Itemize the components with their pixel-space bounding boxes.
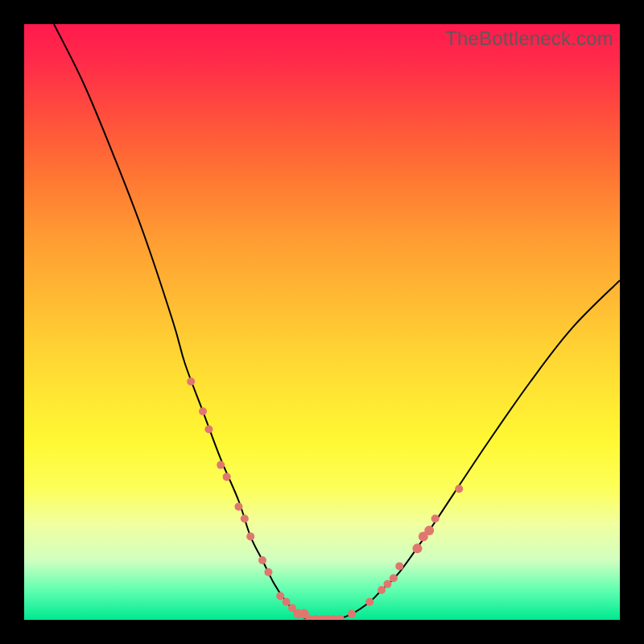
data-point bbox=[276, 592, 284, 600]
chart-svg bbox=[24, 24, 620, 620]
data-point bbox=[395, 562, 403, 570]
data-point bbox=[264, 568, 272, 576]
watermark-text: TheBottleneck.com bbox=[445, 27, 613, 50]
data-point bbox=[431, 514, 440, 522]
plot-area: TheBottleneck.com bbox=[24, 24, 620, 620]
data-point bbox=[390, 574, 398, 582]
data-point bbox=[283, 598, 291, 606]
data-point bbox=[246, 532, 254, 540]
data-point bbox=[217, 461, 225, 469]
data-point bbox=[223, 473, 231, 481]
data-point bbox=[187, 378, 195, 386]
data-point bbox=[378, 586, 386, 594]
data-point bbox=[348, 610, 356, 618]
data-point bbox=[383, 580, 391, 588]
data-point bbox=[455, 485, 463, 493]
data-point bbox=[199, 407, 207, 415]
data-point bbox=[335, 615, 345, 620]
chart-frame: TheBottleneck.com bbox=[0, 0, 644, 644]
data-point bbox=[241, 514, 249, 522]
bottleneck-curve bbox=[54, 24, 620, 620]
data-point bbox=[412, 543, 422, 553]
data-point bbox=[258, 556, 266, 564]
data-point bbox=[424, 526, 434, 535]
data-point bbox=[204, 425, 213, 433]
data-points-group bbox=[187, 378, 463, 620]
data-point bbox=[365, 598, 374, 606]
data-point bbox=[234, 502, 242, 510]
